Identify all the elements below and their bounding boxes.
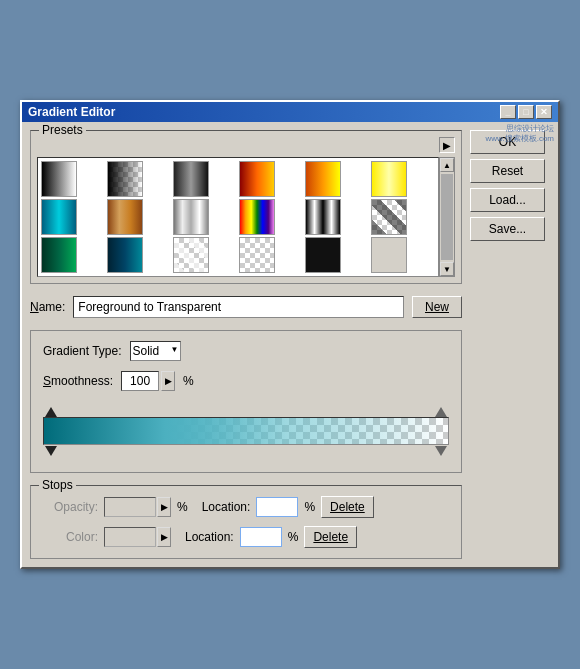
presets-header: ▶	[37, 137, 455, 153]
save-button[interactable]: Save...	[470, 217, 545, 241]
presets-grid	[37, 157, 439, 277]
opacity-location-percent: %	[304, 500, 315, 514]
color-swatch[interactable]	[104, 527, 156, 547]
close-button[interactable]: ✕	[536, 105, 552, 119]
color-stops-row	[43, 446, 449, 460]
opacity-value-input[interactable]	[104, 497, 156, 517]
preset-swatch[interactable]	[173, 237, 209, 273]
opacity-label: Opacity:	[43, 500, 98, 514]
smoothness-spinner: ▶	[121, 371, 175, 391]
preset-swatch[interactable]	[239, 237, 275, 273]
color-location-input[interactable]	[240, 527, 282, 547]
presets-container: ▲ ▼	[37, 157, 455, 277]
color-location-percent: %	[288, 530, 299, 544]
gradient-bar[interactable]	[43, 417, 449, 445]
preset-swatch[interactable]	[305, 237, 341, 273]
gradient-area	[43, 403, 449, 460]
presets-menu-arrow[interactable]: ▶	[439, 137, 455, 153]
scroll-up-button[interactable]: ▲	[440, 158, 454, 172]
gradient-type-label: Gradient Type:	[43, 344, 122, 358]
smoothness-input[interactable]	[121, 371, 159, 391]
color-stop-row: Color: ▶ Location: % Delete	[37, 522, 455, 552]
load-button[interactable]: Load...	[470, 188, 545, 212]
minimize-button[interactable]: _	[500, 105, 516, 119]
preset-swatch[interactable]	[41, 237, 77, 273]
right-panel: OK Reset Load... Save...	[470, 130, 550, 559]
opacity-stop-right[interactable]	[435, 407, 447, 417]
color-stop-left[interactable]	[45, 446, 57, 456]
opacity-location-label: Location:	[202, 500, 251, 514]
color-stop-right[interactable]	[435, 446, 447, 456]
preset-swatch[interactable]	[371, 237, 407, 273]
preset-swatch[interactable]	[305, 199, 341, 235]
name-label: Name:	[30, 300, 65, 314]
title-bar-controls: _ □ ✕	[500, 105, 552, 119]
preset-swatch[interactable]	[371, 199, 407, 235]
presets-label: Presets	[39, 123, 86, 137]
opacity-stop-left[interactable]	[45, 407, 57, 417]
preset-swatch[interactable]	[41, 199, 77, 235]
new-button[interactable]: New	[412, 296, 462, 318]
preset-swatch[interactable]	[107, 199, 143, 235]
gradient-type-row: Gradient Type: Solid Noise	[43, 339, 449, 363]
preset-swatch[interactable]	[371, 161, 407, 197]
preset-swatch[interactable]	[305, 161, 341, 197]
color-swatch-wrapper: ▶	[104, 527, 171, 547]
scroll-thumb[interactable]	[441, 174, 453, 260]
preset-swatch[interactable]	[239, 199, 275, 235]
preset-swatch[interactable]	[107, 161, 143, 197]
name-input[interactable]	[73, 296, 404, 318]
dialog-title: Gradient Editor	[28, 105, 115, 119]
reset-button[interactable]: Reset	[470, 159, 545, 183]
maximize-button[interactable]: □	[518, 105, 534, 119]
color-arrow-button[interactable]: ▶	[157, 527, 171, 547]
smoothness-row: Smoothness: ▶ %	[43, 369, 449, 393]
preset-swatch[interactable]	[239, 161, 275, 197]
opacity-spinner-button[interactable]: ▶	[157, 497, 171, 517]
name-row: Name: New	[30, 292, 462, 322]
color-label: Color:	[43, 530, 98, 544]
opacity-delete-button[interactable]: Delete	[321, 496, 374, 518]
gradient-options-group: Gradient Type: Solid Noise Smoothness: ▶	[30, 330, 462, 473]
color-delete-button[interactable]: Delete	[304, 526, 357, 548]
gradient-type-select-wrapper: Solid Noise	[130, 341, 181, 361]
opacity-stop-row: Opacity: ▶ % Location: % Delete	[37, 492, 455, 522]
presets-scrollbar[interactable]: ▲ ▼	[439, 157, 455, 277]
preset-swatch[interactable]	[41, 161, 77, 197]
gradient-type-select[interactable]: Solid Noise	[130, 341, 181, 361]
ok-button[interactable]: OK	[470, 130, 545, 154]
smoothness-label: Smoothness:	[43, 374, 113, 388]
stops-group: Stops Opacity: ▶ % Location: % Delete	[30, 485, 462, 559]
scroll-down-button[interactable]: ▼	[440, 262, 454, 276]
opacity-percent-label: %	[177, 500, 188, 514]
smoothness-increment-button[interactable]: ▶	[161, 371, 175, 391]
preset-swatch[interactable]	[173, 199, 209, 235]
stops-label: Stops	[39, 478, 76, 492]
left-panel: Presets ▶	[30, 130, 462, 559]
gradient-overlay	[44, 418, 448, 444]
preset-swatch[interactable]	[107, 237, 143, 273]
opacity-input-wrapper: ▶	[104, 497, 171, 517]
presets-group: Presets ▶	[30, 130, 462, 284]
opacity-location-input[interactable]	[256, 497, 298, 517]
smoothness-unit: %	[183, 374, 194, 388]
preset-swatch[interactable]	[173, 161, 209, 197]
opacity-stops-row	[43, 403, 449, 417]
color-location-label: Location:	[185, 530, 234, 544]
title-bar: Gradient Editor _ □ ✕	[22, 102, 558, 122]
